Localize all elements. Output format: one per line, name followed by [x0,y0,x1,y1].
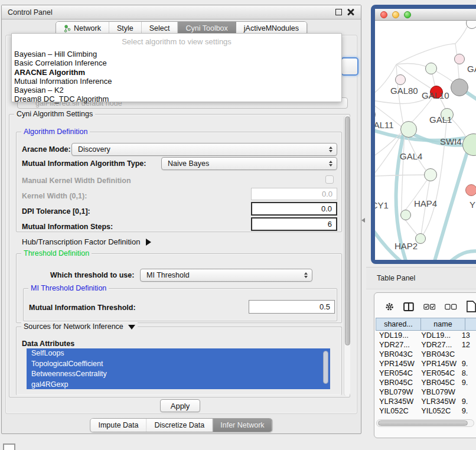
settings-scrollbar[interactable] [344,115,350,396]
zoom-traffic-icon[interactable] [404,11,411,18]
columns-icon[interactable] [403,302,414,312]
float-window-icon[interactable] [335,9,342,15]
network-view-window: GAL GAL80 GAL10 GAL11 GAL1 SWI4 GAL4 GCY… [371,5,476,264]
tab-discretize-data-label: Discretize Data [155,421,205,429]
triangle-right-icon [146,239,151,246]
table-row[interactable]: YBR045C YBR045C 9. [376,378,476,387]
mi-threshold-label: Mutual Information Threshold: [29,304,136,312]
column-header-name[interactable]: name [420,318,465,331]
dropdown-item[interactable]: Basic Correlation Inference [12,58,341,67]
kernel-width-value: 0.0 [322,190,332,198]
node-label: GAL1 [429,115,452,125]
dpi-tolerance-value: 0.0 [321,204,332,213]
node-salmon[interactable] [465,184,476,196]
network-canvas[interactable]: GAL GAL80 GAL10 GAL11 GAL1 SWI4 GAL4 GCY… [375,21,476,260]
cell-value: 13 [459,331,476,340]
close-icon[interactable] [347,8,355,16]
cell-shared-name: YIL052C [376,406,418,413]
mi-steps-field[interactable]: 6 [251,217,337,231]
kernel-width-field[interactable]: 0.0 [251,188,337,200]
deselect-all-columns-icon[interactable] [445,304,457,310]
cell-name: YPR145W [418,359,459,369]
cell-value: 9. [459,359,476,369]
node-gray[interactable] [451,79,468,96]
kernel-width-label: Kernel Width (0,1): [22,192,87,200]
manual-kernel-checkbox[interactable] [325,175,334,184]
column-header-shared[interactable]: shared... [376,318,420,331]
tab-cyni-toolbox-label: Cyni Toolbox [185,24,227,32]
manual-kernel-label: Manual Kernel Width Definition [22,177,131,185]
node-gal-cut[interactable] [454,54,465,64]
node-gal10[interactable] [425,63,437,74]
attribute-item[interactable]: BetweennessCentrality [27,369,330,380]
network-window-titlebar[interactable] [375,9,476,21]
table-row[interactable]: YDL19... YDL19... 13 [376,331,476,340]
tab-impute-data[interactable]: Impute Data [90,419,146,432]
table-row[interactable]: YDR27... YDR27... 12 [376,340,476,350]
attribute-item[interactable]: TopologicalCoefficient [27,359,330,370]
minimized-panel-chip[interactable] [3,444,15,450]
sources-group-title[interactable]: Sources for Network Inference [21,322,138,331]
table-body[interactable]: YDL19... YDL19... 13 YDR27... YDR27... 1… [376,331,476,413]
tab-discretize-data[interactable]: Discretize Data [147,419,213,432]
data-attributes-list[interactable]: SelfLoops TopologicalCoefficient Between… [27,348,330,389]
cell-value [459,387,476,397]
table-row[interactable]: YPR145W YPR145W 9. [376,359,476,369]
node-gal80[interactable] [395,74,406,85]
table-row[interactable]: YBL079W YBL079W [376,387,476,397]
table-row[interactable]: YIL052C YIL052C 9. [376,406,476,413]
apply-button-label: Apply [171,402,190,410]
dpi-tolerance-field[interactable]: 0.0 [251,202,337,216]
cell-name: YBL079W [418,387,459,397]
dropdown-item-selected[interactable]: ARACNE Algorithm [12,68,341,77]
settings-scrollbar-thumb[interactable] [345,116,350,345]
bottom-tabbar: Impute Data Discretize Data Infer Networ… [90,418,272,432]
dropdown-item[interactable]: Bayesian – K2 [12,86,341,94]
mi-threshold-field[interactable]: 0.5 [249,300,335,314]
node-label: GAL4 [400,151,422,161]
table-row[interactable]: YER054C YER054C 8. [376,369,476,378]
attribute-item[interactable]: gal4RGexp [27,380,330,390]
minimize-traffic-icon[interactable] [392,11,399,18]
column-header-cut[interactable] [465,318,476,331]
node-hap4[interactable] [424,168,437,181]
screen: Control Panel Network Style Select Cyni [0,0,476,450]
dropdown-item[interactable]: Mutual Information Inference [12,77,341,86]
node-gal4[interactable] [400,121,417,138]
splitpane-collapse-icon[interactable] [361,218,365,223]
which-threshold-combobox[interactable]: MI Threshold [140,269,312,282]
attribute-item[interactable]: SelfLoops [27,348,330,359]
new-table-icon-cut[interactable] [467,300,476,313]
cell-name: YBR045C [418,378,459,387]
cell-value: 8. [459,369,476,378]
attributes-scrollbar-thumb[interactable] [323,351,328,384]
node-hap2[interactable] [400,210,411,220]
sources-title-label: Sources for Network Inference [24,322,123,331]
table-panel-title: Table Panel [377,274,415,282]
settings-group-title: Cyni Algorithm Settings [14,110,95,118]
dropdown-item[interactable]: Dream8 DC_TDC Algorithm [12,94,341,103]
control-panel-window: Control Panel Network Style Select Cyni [1,5,361,434]
select-all-columns-icon[interactable] [423,304,436,310]
node-label: GAL80 [390,86,418,96]
table-horizontal-scrollbar[interactable] [376,419,474,427]
apply-button[interactable]: Apply [160,399,200,412]
node-label: HAP2 [395,241,418,251]
tab-jactivemnodules-label: jActiveMNodules [244,24,299,32]
tab-impute-data-label: Impute Data [98,421,138,429]
cell-shared-name: YER054C [376,369,418,378]
algorithm-dropdown-list: Select algorithm to view settings Bayesi… [11,33,342,102]
gear-icon[interactable] [385,302,394,312]
table-row[interactable]: YBR043C YBR043C [376,350,476,359]
mi-type-combobox[interactable]: Naive Bayes [161,157,337,170]
aracne-mode-combobox[interactable]: Discovery [71,143,337,156]
table-panel-header: Table Panel [366,267,476,289]
table-horizontal-scrollbar-thumb[interactable] [378,420,468,426]
dropdown-item[interactable]: Bayesian – Hill Climbing [12,50,341,58]
hub-definition-expander[interactable]: Hub/Transcription Factor Definition [22,237,151,246]
cell-shared-name: YPR145W [376,359,418,369]
close-traffic-icon[interactable] [380,11,387,18]
occluded-combobox-fragment[interactable] [341,57,358,76]
table-row[interactable]: YLR345W YLR345W 9. [376,397,476,406]
tab-infer-network[interactable]: Infer Network [213,419,272,432]
